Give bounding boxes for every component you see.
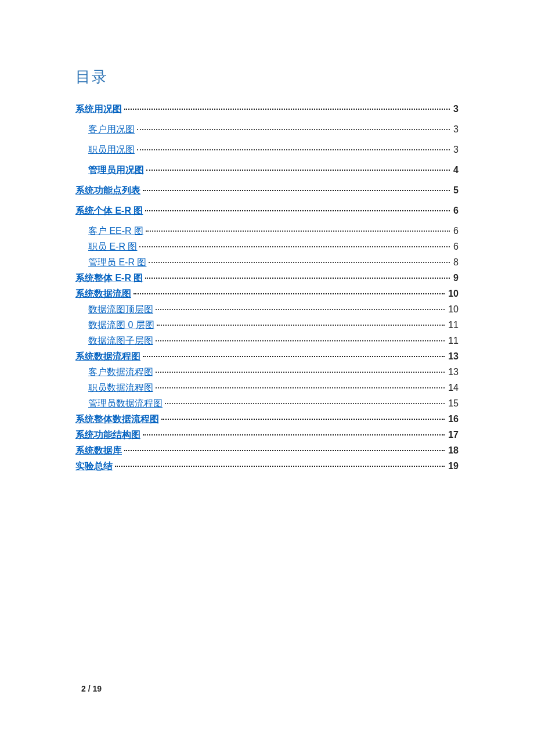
toc-link[interactable]: 客户数据流程图: [88, 366, 153, 379]
toc-link[interactable]: 系统用况图: [75, 103, 122, 116]
toc-page-number: 4: [452, 165, 459, 175]
toc-link[interactable]: 管理员用况图: [88, 164, 144, 177]
toc-page-number: 3: [452, 145, 459, 155]
toc-entry: 系统个体 E-R 图6: [75, 205, 459, 217]
toc-leader-dots: [137, 149, 450, 150]
toc-link[interactable]: 实验总结: [75, 460, 113, 473]
toc-entry: 系统数据库18: [75, 445, 459, 457]
toc-leader-dots: [156, 309, 445, 310]
toc-page-number: 6: [452, 242, 459, 252]
toc-page-number: 13: [447, 351, 459, 362]
toc-link[interactable]: 数据流图 0 层图: [88, 319, 154, 332]
toc-link[interactable]: 客户用况图: [88, 124, 135, 136]
toc-entry: 职员数据流程图14: [75, 382, 459, 394]
toc-leader-dots: [115, 466, 445, 467]
table-of-contents: 系统用况图3客户用况图3职员用况图3管理员用况图4系统功能点列表5系统个体 E-…: [75, 103, 459, 473]
toc-leader-dots: [124, 450, 445, 451]
toc-link[interactable]: 数据流图顶层图: [88, 304, 153, 316]
toc-leader-dots: [124, 109, 450, 110]
toc-entry: 系统功能结构图17: [75, 429, 459, 441]
toc-leader-dots: [149, 262, 450, 263]
toc-leader-dots: [146, 170, 450, 171]
toc-leader-dots: [143, 434, 445, 435]
toc-page-number: 3: [452, 124, 459, 135]
toc-entry: 系统用况图3: [75, 103, 459, 116]
toc-leader-dots: [165, 403, 445, 404]
page-footer: 2 / 19: [81, 684, 102, 693]
toc-page-number: 3: [452, 104, 459, 114]
toc-page-number: 11: [447, 320, 459, 330]
toc-link[interactable]: 系统功能结构图: [75, 429, 140, 441]
toc-entry: 系统数据流图10: [75, 288, 459, 300]
toc-page-number: 10: [447, 289, 459, 299]
toc-entry: 系统整体数据流程图16: [75, 413, 459, 426]
toc-entry: 管理员 E-R 图8: [75, 257, 459, 269]
toc-link[interactable]: 职员用况图: [88, 144, 135, 156]
toc-link[interactable]: 职员数据流程图: [88, 382, 153, 394]
toc-page-number: 14: [447, 383, 459, 393]
toc-entry: 客户数据流程图13: [75, 366, 459, 379]
toc-leader-dots: [156, 387, 445, 388]
toc-entry: 职员用况图3: [75, 144, 459, 156]
toc-entry: 职员 E-R 图6: [75, 241, 459, 253]
toc-page-number: 11: [447, 336, 459, 346]
document-page: 目录 系统用况图3客户用况图3职员用况图3管理员用况图4系统功能点列表5系统个体…: [0, 0, 534, 473]
toc-entry: 系统功能点列表5: [75, 185, 459, 197]
toc-entry: 系统数据流程图13: [75, 351, 459, 363]
toc-entry: 实验总结19: [75, 460, 459, 473]
toc-page-number: 17: [447, 430, 459, 440]
toc-link[interactable]: 系统数据流图: [75, 288, 131, 300]
toc-page-number: 5: [452, 185, 459, 196]
toc-leader-dots: [145, 210, 450, 211]
toc-leader-dots: [137, 129, 450, 130]
toc-entry: 系统整体 E-R 图9: [75, 272, 459, 285]
toc-entry: 数据流图 0 层图11: [75, 319, 459, 332]
toc-entry: 数据流图顶层图10: [75, 304, 459, 316]
toc-leader-dots: [156, 340, 445, 341]
toc-link[interactable]: 系统整体数据流程图: [75, 413, 159, 426]
toc-page-number: 10: [447, 304, 459, 315]
toc-leader-dots: [134, 293, 445, 294]
toc-leader-dots: [139, 246, 450, 247]
toc-leader-dots: [143, 190, 450, 191]
toc-link[interactable]: 数据流图子层图: [88, 335, 153, 347]
toc-link[interactable]: 职员 E-R 图: [88, 241, 137, 253]
toc-link[interactable]: 管理员数据流程图: [88, 398, 163, 410]
toc-page-number: 19: [447, 461, 459, 471]
toc-leader-dots: [143, 356, 445, 357]
toc-link[interactable]: 系统功能点列表: [75, 185, 140, 197]
toc-entry: 客户用况图3: [75, 124, 459, 136]
toc-page-number: 13: [447, 367, 459, 377]
toc-page-number: 6: [452, 206, 459, 216]
toc-leader-dots: [145, 278, 450, 279]
toc-page-number: 9: [452, 273, 459, 283]
toc-entry: 数据流图子层图11: [75, 335, 459, 347]
toc-link[interactable]: 系统个体 E-R 图: [75, 205, 143, 217]
toc-leader-dots: [157, 325, 445, 326]
toc-page-number: 16: [447, 414, 459, 424]
toc-entry: 客户 EE-R 图6: [75, 225, 459, 237]
toc-entry: 管理员用况图4: [75, 164, 459, 177]
toc-entry: 管理员数据流程图15: [75, 398, 459, 410]
toc-page-number: 18: [447, 445, 459, 456]
toc-title: 目录: [75, 67, 459, 87]
toc-link[interactable]: 系统数据库: [75, 445, 122, 457]
toc-link[interactable]: 系统整体 E-R 图: [75, 272, 143, 285]
toc-page-number: 8: [452, 257, 459, 268]
toc-link[interactable]: 管理员 E-R 图: [88, 257, 146, 269]
toc-page-number: 6: [452, 226, 459, 236]
toc-leader-dots: [161, 419, 445, 420]
toc-link[interactable]: 客户 EE-R 图: [88, 225, 143, 237]
toc-leader-dots: [156, 372, 445, 373]
toc-leader-dots: [146, 231, 450, 232]
toc-page-number: 15: [447, 398, 459, 409]
toc-link[interactable]: 系统数据流程图: [75, 351, 140, 363]
